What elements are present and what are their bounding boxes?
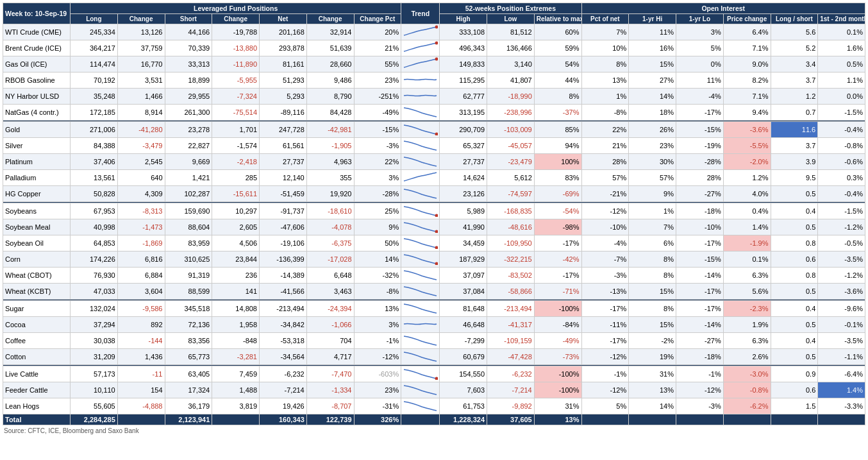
trend-cell — [401, 317, 440, 333]
header-row-1: Week to: 10-Sep-19 Leveraged Fund Positi… — [3, 3, 865, 14]
col-long: Long — [71, 14, 118, 24]
trend-cell — [401, 105, 440, 121]
trend-cell — [401, 170, 440, 186]
trend-cell — [401, 89, 440, 105]
leveraged-header: Leveraged Fund Positions — [71, 3, 401, 14]
total-ls — [771, 414, 818, 425]
trend-cell — [401, 203, 440, 219]
trend-cell — [401, 268, 440, 284]
table-row: Corn174,2266,816310,62523,844-136,399-17… — [3, 251, 865, 268]
total-row: Total 2,284,285 2,123,941 160,343 122,73… — [3, 414, 865, 425]
table-row: Soybean Oil64,853-1,86983,9594,506-19,10… — [3, 235, 865, 251]
col-high: High — [440, 14, 487, 24]
svg-point-3 — [435, 133, 438, 136]
table-row: Coffee30,038-14483,356-848-53,318704-1%-… — [3, 333, 865, 349]
total-chg-pct: 326% — [354, 414, 401, 425]
table-row: Lean Hogs55,605-4,88836,1793,81919,426-8… — [3, 398, 865, 414]
svg-point-5 — [435, 230, 438, 234]
total-lo1yr — [676, 414, 724, 425]
total-pct-net — [581, 414, 629, 425]
col-hi1yr: 1-yr Hi — [629, 14, 676, 24]
total-high: 1,228,324 — [440, 414, 487, 425]
trend-cell — [401, 56, 440, 72]
table-row: NY Harbor ULSD35,2481,46629,955-7,3245,2… — [3, 89, 865, 105]
table-row: Brent Crude (ICE)364,21737,75970,339-13,… — [3, 40, 865, 56]
trend-cell — [401, 186, 440, 202]
trend-cell — [401, 24, 440, 40]
table-row: Cotton31,2091,43665,773-3,281-34,5644,71… — [3, 349, 865, 365]
table-row: Feeder Cattle10,11015417,3241,488-7,214-… — [3, 382, 865, 398]
open-interest-header: Open Interest — [581, 3, 865, 14]
table-row: Live Cattle57,173-1163,4057,459-6,232-7,… — [3, 366, 865, 382]
extremes-header: 52-weeks Position Extremes — [440, 3, 581, 14]
trend-cell — [401, 349, 440, 365]
total-month12 — [818, 414, 865, 425]
total-net-chg: 122,739 — [306, 414, 354, 425]
svg-point-6 — [435, 246, 438, 250]
svg-point-8 — [435, 377, 438, 380]
col-net: Net — [260, 14, 307, 24]
total-net: 160,343 — [260, 414, 307, 425]
trend-cell — [401, 333, 440, 349]
main-table: Week to: 10-Sep-19 Leveraged Fund Positi… — [3, 3, 865, 425]
svg-point-2 — [435, 58, 438, 61]
svg-point-1 — [435, 42, 438, 45]
col-short-chg: Change — [212, 14, 260, 24]
table-row: WTI Crude (CME)245,33413,12644,166-19,78… — [3, 24, 865, 40]
total-rel-max: 13% — [534, 414, 581, 425]
trend-cell — [401, 72, 440, 89]
total-label: Total — [3, 414, 71, 425]
col-short: Short — [165, 14, 212, 24]
table-row: Wheat (CBOT)76,9306,88491,319236-14,3896… — [3, 268, 865, 284]
trend-cell — [401, 284, 440, 300]
col-net-chg: Change — [306, 14, 354, 24]
col-low: Low — [487, 14, 535, 24]
trend-cell — [401, 138, 440, 154]
total-low: 37,605 — [487, 414, 535, 425]
col-lo1yr: 1-yr Lo — [676, 14, 724, 24]
table-row: Sugar132,024-9,586345,51814,808-213,494-… — [3, 301, 865, 317]
col-long-chg: Change — [117, 14, 165, 24]
trend-cell — [401, 219, 440, 235]
source-text: Source: CFTC, ICE, Bloomberg and Saxo Ba… — [3, 427, 865, 434]
trend-cell — [401, 366, 440, 382]
table-row: Gas Oil (ICE)114,47416,77033,313-11,8908… — [3, 56, 865, 72]
table-row: Cocoa37,29489272,1361,958-34,842-1,0663%… — [3, 317, 865, 333]
trend-header: Trend — [401, 3, 440, 24]
col-chg-pct: Change Pct — [354, 14, 401, 24]
col-price-chg: Price change — [723, 14, 771, 24]
table-row: RBOB Gasoline70,1923,53118,899-5,95551,2… — [3, 72, 865, 89]
trend-cell — [401, 154, 440, 170]
table-row: Soybeans67,953-8,313159,69010,297-91,737… — [3, 203, 865, 219]
trend-cell — [401, 398, 440, 414]
week-label: Week to: 10-Sep-19 — [3, 3, 71, 24]
col-ls: Long / short — [771, 14, 818, 24]
table-row: Wheat (KCBT)47,0333,60488,599141-41,5663… — [3, 284, 865, 300]
table-row: Silver84,388-3,47922,827-1,57461,561-1,9… — [3, 138, 865, 154]
total-hi1yr — [629, 414, 676, 425]
total-short-chg — [212, 414, 260, 425]
total-price-chg — [723, 414, 771, 425]
trend-cell — [401, 301, 440, 317]
trend-cell — [401, 122, 440, 138]
trend-cell — [401, 235, 440, 251]
table-row: Gold271,006-41,28023,2781,701247,728-42,… — [3, 122, 865, 138]
svg-point-4 — [435, 214, 438, 217]
table-row: HG Copper50,8284,309102,287-15,611-51,45… — [3, 186, 865, 202]
col-month12: 1st - 2nd month — [818, 14, 865, 24]
table-row: Platinum37,4062,5459,669-2,41827,7374,96… — [3, 154, 865, 170]
trend-cell — [401, 251, 440, 268]
col-rel-max: Relative to max — [534, 14, 581, 24]
trend-cell — [401, 382, 440, 398]
total-long-chg — [117, 414, 165, 425]
total-long: 2,284,285 — [71, 414, 118, 425]
total-trend — [401, 414, 440, 425]
svg-point-0 — [435, 26, 438, 29]
trend-cell — [401, 40, 440, 56]
table-row: Palladium13,5616401,42128512,1403553%14,… — [3, 170, 865, 186]
table-row: NatGas (4 contr.)172,1858,914261,300-75,… — [3, 105, 865, 121]
col-pct-net: Pct of net — [581, 14, 629, 24]
table-row: Soybean Meal40,998-1,47388,6042,605-47,6… — [3, 219, 865, 235]
svg-point-7 — [435, 262, 438, 266]
total-short: 2,123,941 — [165, 414, 212, 425]
